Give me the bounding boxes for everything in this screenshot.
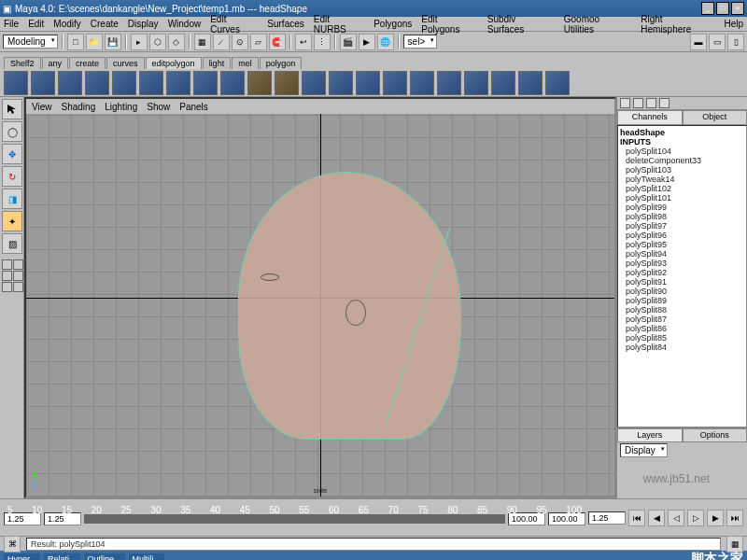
- input-node[interactable]: polySplit93: [620, 259, 744, 268]
- input-node[interactable]: polySplit84: [620, 343, 744, 352]
- shelf-button[interactable]: [302, 71, 326, 95]
- snap-curve-button[interactable]: ⟋: [213, 34, 230, 50]
- input-node[interactable]: polySplit98: [620, 212, 744, 221]
- footer-tab-hyper[interactable]: Hyper...: [4, 553, 40, 560]
- input-node[interactable]: polySplit86: [620, 324, 744, 333]
- shelf-button[interactable]: [356, 71, 380, 95]
- shelf-button[interactable]: [58, 71, 82, 95]
- input-node[interactable]: polySplit95: [620, 240, 744, 249]
- layout-four[interactable]: [13, 259, 23, 270]
- fast-forward-button[interactable]: ⏭: [726, 510, 743, 526]
- shelf-button[interactable]: [4, 71, 28, 95]
- menu-file[interactable]: File: [4, 19, 19, 29]
- input-node[interactable]: polySplit97: [620, 221, 744, 231]
- select-by-object-button[interactable]: ▸: [131, 34, 148, 50]
- ipr-render-button[interactable]: ▶: [359, 34, 375, 50]
- shelf-button[interactable]: [85, 71, 109, 95]
- input-node[interactable]: polySplit94: [620, 249, 744, 259]
- shelf-button[interactable]: [383, 71, 407, 95]
- help-line-button[interactable]: ▦: [726, 536, 743, 553]
- shelf-tab-mel[interactable]: mel: [232, 57, 259, 69]
- vp-menu-view[interactable]: View: [32, 102, 52, 112]
- menu-goomoo[interactable]: Goomoo Utilities: [564, 14, 632, 35]
- layout-button-3[interactable]: ▯: [727, 34, 744, 50]
- last-tool[interactable]: ▨: [2, 233, 22, 254]
- lasso-tool[interactable]: ◯: [2, 121, 22, 142]
- tab-layers[interactable]: Layers: [617, 428, 683, 442]
- scale-tool[interactable]: ◨: [2, 189, 22, 209]
- channelbox-icon[interactable]: [659, 98, 669, 108]
- shelf-button[interactable]: [193, 71, 218, 95]
- menu-window[interactable]: Window: [168, 19, 202, 29]
- shelf-tab-editpolygon[interactable]: editpolygon: [146, 57, 202, 69]
- shelf-button[interactable]: [329, 71, 353, 95]
- input-node[interactable]: polySplit87: [620, 315, 744, 324]
- shelf-button[interactable]: [545, 71, 570, 95]
- make-live-button[interactable]: 🧲: [269, 34, 286, 50]
- menu-subdiv[interactable]: Subdiv Surfaces: [487, 14, 555, 35]
- tab-object[interactable]: Object: [683, 110, 748, 125]
- rewind-button[interactable]: ⏮: [628, 510, 645, 526]
- input-node[interactable]: polySplit99: [620, 203, 744, 212]
- script-editor-button[interactable]: ⌘: [4, 536, 21, 553]
- quick-select-field[interactable]: sel>: [403, 35, 438, 49]
- shelf-button[interactable]: [220, 71, 245, 95]
- node-name[interactable]: headShape: [620, 128, 744, 137]
- open-scene-button[interactable]: 📁: [86, 34, 103, 50]
- menu-editnurbs[interactable]: Edit NURBS: [314, 14, 364, 35]
- input-node[interactable]: polySplit91: [620, 277, 744, 287]
- rotate-tool[interactable]: ↻: [2, 166, 22, 187]
- close-button[interactable]: ×: [731, 2, 744, 15]
- channelbox-icon[interactable]: [646, 98, 656, 108]
- menu-polygons[interactable]: Polygons: [374, 19, 412, 29]
- shelf-button[interactable]: [464, 71, 488, 95]
- layout-two-v[interactable]: [13, 271, 23, 281]
- input-node[interactable]: polySplit89: [620, 296, 744, 305]
- menu-create[interactable]: Create: [91, 19, 119, 29]
- layers-display-dropdown[interactable]: Display: [620, 443, 668, 457]
- footer-tab-outline[interactable]: Outline...: [84, 553, 125, 560]
- footer-tab-multili[interactable]: Multili...: [129, 553, 165, 560]
- input-node[interactable]: polySplit101: [620, 193, 744, 203]
- step-back-button[interactable]: ◀: [648, 510, 665, 526]
- shelf-button[interactable]: [437, 71, 461, 95]
- footer-tab-relati[interactable]: Relati...: [44, 553, 80, 560]
- input-node[interactable]: polySplit90: [620, 287, 744, 296]
- play-forward-button[interactable]: ▷: [687, 510, 704, 526]
- viewport-canvas[interactable]: YZ side: [26, 114, 614, 497]
- range-slider[interactable]: [84, 514, 505, 524]
- render-globals-button[interactable]: 🌐: [377, 34, 394, 50]
- select-by-component-button[interactable]: ◇: [168, 34, 185, 50]
- current-time-field[interactable]: 1.25: [588, 511, 626, 525]
- menu-righthemisphere[interactable]: Right Hemisphere: [641, 14, 714, 35]
- shelf-button[interactable]: [410, 71, 434, 95]
- layout-persp[interactable]: [13, 282, 23, 292]
- step-forward-button[interactable]: ▶: [707, 510, 724, 526]
- play-back-button[interactable]: ◁: [668, 510, 684, 526]
- snap-plane-button[interactable]: ▱: [250, 34, 267, 50]
- maximize-button[interactable]: □: [716, 2, 729, 15]
- save-scene-button[interactable]: 💾: [105, 34, 121, 50]
- vp-menu-panels[interactable]: Panels: [179, 102, 208, 112]
- menu-help[interactable]: Help: [724, 19, 743, 29]
- render-button[interactable]: 🎬: [340, 34, 357, 50]
- layout-three[interactable]: [2, 282, 12, 292]
- tab-channels[interactable]: Channels: [617, 110, 683, 125]
- shelf-button[interactable]: [275, 71, 299, 95]
- move-tool[interactable]: ✥: [2, 144, 22, 164]
- menu-editcurves[interactable]: Edit Curves: [210, 14, 258, 35]
- layout-two-h[interactable]: [2, 271, 12, 281]
- channel-box[interactable]: headShape INPUTS polySplit104deleteCompo…: [617, 125, 747, 427]
- shelf-button[interactable]: [31, 71, 55, 95]
- input-node[interactable]: polyTweak14: [620, 175, 744, 184]
- shelf-button[interactable]: [247, 71, 272, 95]
- shelf-tab-create[interactable]: create: [69, 57, 106, 69]
- input-node[interactable]: polySplit104: [620, 147, 744, 156]
- select-by-hierarchy-button[interactable]: ⬡: [149, 34, 166, 50]
- channelbox-icon[interactable]: [633, 98, 643, 108]
- input-node[interactable]: deleteComponent33: [620, 156, 744, 165]
- show-manipulator-tool[interactable]: ✦: [2, 211, 22, 231]
- snap-point-button[interactable]: ⊙: [232, 34, 248, 50]
- head-mesh[interactable]: [238, 172, 461, 440]
- construction-history-button[interactable]: ⋮: [314, 34, 331, 50]
